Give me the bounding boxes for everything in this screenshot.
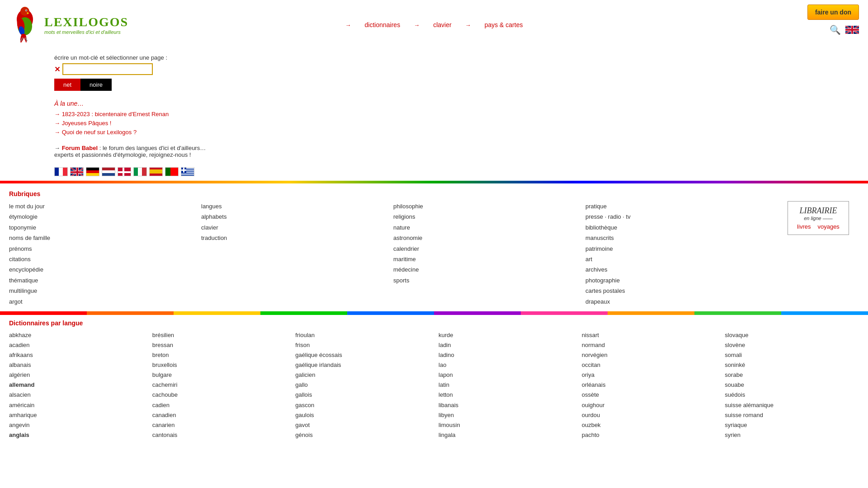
rub-multilingue[interactable]: multilingue xyxy=(9,286,192,296)
lang-bressan[interactable]: bressan xyxy=(152,340,287,350)
clear-button[interactable]: ✕ xyxy=(54,65,60,74)
lang-lao[interactable]: lao xyxy=(439,360,573,370)
lang-ladino[interactable]: ladino xyxy=(439,350,573,360)
rub-medecine[interactable]: médecine xyxy=(393,264,576,275)
rub-photographie[interactable]: photographie xyxy=(585,275,769,286)
lang-angevin[interactable]: angevin xyxy=(9,420,143,430)
lang-syriaque[interactable]: syriaque xyxy=(725,420,859,430)
librairie-livres[interactable]: livres xyxy=(797,223,811,230)
lang-oriya[interactable]: oriya xyxy=(582,370,716,380)
rub-thematique[interactable]: thématique xyxy=(9,275,192,286)
lang-latin[interactable]: latin xyxy=(439,380,573,390)
lang-ouzbek[interactable]: ouzbek xyxy=(582,420,716,430)
lang-occitan[interactable]: occitan xyxy=(582,360,716,370)
lang-frison[interactable]: frison xyxy=(295,340,429,350)
news-link-3[interactable]: Quoi de neuf sur Lexilogos ? xyxy=(62,129,137,136)
flag-en-nav[interactable] xyxy=(70,167,84,176)
lang-bulgare[interactable]: bulgare xyxy=(152,370,287,380)
flag-en-icon[interactable] xyxy=(845,26,859,34)
nav-clavier[interactable]: clavier xyxy=(433,21,451,28)
lang-nissart[interactable]: nissart xyxy=(582,330,716,340)
news-link-1[interactable]: 1823-2023 : bicentenaire d'Ernest Renan xyxy=(62,111,169,117)
rub-toponymie[interactable]: toponymie xyxy=(9,222,192,233)
rub-bibliotheque[interactable]: bibliothèque xyxy=(585,222,769,233)
lang-slovene[interactable]: slovène xyxy=(725,340,859,350)
lang-pachto[interactable]: pachto xyxy=(582,430,716,440)
lang-gaulois[interactable]: gaulois xyxy=(295,410,429,420)
lang-sorabe[interactable]: sorabe xyxy=(725,370,859,380)
lang-cadien[interactable]: cadien xyxy=(152,400,287,410)
lang-cachoube[interactable]: cachoube xyxy=(152,390,287,400)
lang-afrikaans[interactable]: afrikaans xyxy=(9,350,143,360)
search-icon[interactable]: 🔍 xyxy=(830,24,841,35)
rub-manuscrits[interactable]: manuscrits xyxy=(585,233,769,243)
lang-gaelique-ecossais[interactable]: gaélique écossais xyxy=(295,350,429,360)
rub-patrimoine[interactable]: patrimoine xyxy=(585,244,769,254)
lang-cachemiri[interactable]: cachemiri xyxy=(152,380,287,390)
rub-mot-du-jour[interactable]: le mot du jour xyxy=(9,201,192,211)
lang-syrien[interactable]: syrien xyxy=(725,430,859,440)
rub-cartes-postales[interactable]: cartes postales xyxy=(585,286,769,296)
lang-ladin[interactable]: ladin xyxy=(439,340,573,350)
rub-encyclopedie[interactable]: encyclopédie xyxy=(9,264,192,275)
lang-frioulan[interactable]: frioulan xyxy=(295,330,429,340)
lang-letton[interactable]: letton xyxy=(439,390,573,400)
rub-argot[interactable]: argot xyxy=(9,296,192,307)
flag-it[interactable] xyxy=(133,167,147,176)
lang-americain[interactable]: américain xyxy=(9,400,143,410)
rub-maritime[interactable]: maritime xyxy=(393,254,576,264)
rub-astronomie[interactable]: astronomie xyxy=(393,233,576,243)
lang-limousin[interactable]: limousin xyxy=(439,420,573,430)
lang-norvegien[interactable]: norvégien xyxy=(582,350,716,360)
lang-anglais[interactable]: anglais xyxy=(9,430,143,440)
lang-gallois[interactable]: gallois xyxy=(295,390,429,400)
librairie-voyages[interactable]: voyages xyxy=(817,223,839,230)
rub-traduction[interactable]: traduction xyxy=(201,233,384,243)
red-button[interactable]: net xyxy=(54,79,80,91)
news-link-2[interactable]: Joyeuses Pâques ! xyxy=(62,120,112,127)
flag-es[interactable] xyxy=(149,167,163,176)
lang-gascon[interactable]: gascon xyxy=(295,400,429,410)
lang-gaelique-irlandais[interactable]: gaélique irlandais xyxy=(295,360,429,370)
lang-bresilien[interactable]: brésilien xyxy=(152,330,287,340)
rub-clavier[interactable]: clavier xyxy=(201,222,384,233)
lang-allemand[interactable]: allemand xyxy=(9,380,143,390)
lang-abkhaze[interactable]: abkhaze xyxy=(9,330,143,340)
flag-nl[interactable] xyxy=(102,167,115,176)
rub-noms-famille[interactable]: noms de famille xyxy=(9,233,192,243)
lang-ourdou[interactable]: ourdou xyxy=(582,410,716,420)
lang-ossete[interactable]: ossète xyxy=(582,390,716,400)
lang-albanais[interactable]: albanais xyxy=(9,360,143,370)
rub-archives[interactable]: archives xyxy=(585,264,769,275)
nav-dictionnaires[interactable]: dictionnaires xyxy=(365,21,401,28)
rub-presse[interactable]: presse · radio · tv xyxy=(585,211,769,222)
rub-philosophie[interactable]: philosophie xyxy=(393,201,576,211)
rub-religions[interactable]: religions xyxy=(393,211,576,222)
rub-calendrier[interactable]: calendrier xyxy=(393,244,576,254)
rub-sports[interactable]: sports xyxy=(393,275,576,286)
lang-amharique[interactable]: amharique xyxy=(9,410,143,420)
lang-gavot[interactable]: gavot xyxy=(295,420,429,430)
lang-lapon[interactable]: lapon xyxy=(439,370,573,380)
rub-alphabets[interactable]: alphabets xyxy=(201,211,384,222)
forum-link[interactable]: Forum Babel xyxy=(62,145,98,151)
lang-cantonais[interactable]: cantonais xyxy=(152,430,287,440)
lang-gallo[interactable]: gallo xyxy=(295,380,429,390)
search-input[interactable] xyxy=(62,63,153,75)
rub-drapeaux[interactable]: drapeaux xyxy=(585,296,769,307)
lang-bruxellois[interactable]: bruxellois xyxy=(152,360,287,370)
rub-pratique[interactable]: pratique xyxy=(585,201,769,211)
rub-prenoms[interactable]: prénoms xyxy=(9,244,192,254)
lang-alsacien[interactable]: alsacien xyxy=(9,390,143,400)
nav-pays[interactable]: pays & cartes xyxy=(485,21,523,28)
lang-suisse-romand[interactable]: suisse romand xyxy=(725,410,859,420)
lang-genois[interactable]: génois xyxy=(295,430,429,440)
lang-kurde[interactable]: kurde xyxy=(439,330,573,340)
lang-libyen[interactable]: libyen xyxy=(439,410,573,420)
lang-somali[interactable]: somali xyxy=(725,350,859,360)
lang-slovaque[interactable]: slovaque xyxy=(725,330,859,340)
rub-etymologie[interactable]: étymologie xyxy=(9,211,192,222)
lang-normand[interactable]: normand xyxy=(582,340,716,350)
lang-acadien[interactable]: acadien xyxy=(9,340,143,350)
lang-suedois[interactable]: suédois xyxy=(725,390,859,400)
